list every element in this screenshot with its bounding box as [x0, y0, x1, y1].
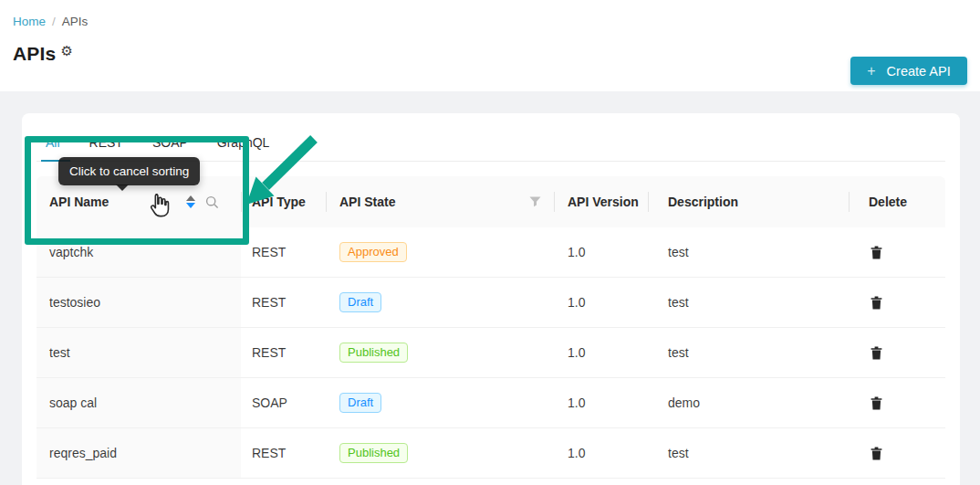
table-header-row: API Name API Type [36, 176, 945, 227]
table-row[interactable]: vaptchk REST Approved 1.0 test [36, 227, 945, 278]
page-header: Home / APIs APIs ⚙ + Create API [0, 0, 980, 91]
status-badge: Draft [339, 292, 381, 312]
delete-button[interactable] [869, 445, 884, 462]
delete-button[interactable] [869, 395, 884, 412]
apis-card: All REST SOAP GraphQL API Name [22, 113, 960, 485]
cell-description: test [648, 428, 849, 478]
cell-description: test [648, 328, 849, 377]
column-header-delete: Delete [849, 176, 945, 227]
delete-button[interactable] [869, 294, 884, 311]
table-row[interactable]: test REST Published 1.0 test [36, 328, 945, 378]
table-row[interactable]: soap cal SOAP Draft 1.0 demo [36, 378, 945, 428]
delete-button[interactable] [869, 344, 884, 362]
cell-api-type: REST [241, 278, 326, 327]
trash-icon [871, 246, 882, 259]
cell-api-name[interactable]: reqres_paid [36, 428, 241, 478]
trash-icon [871, 396, 882, 410]
tab-graphql[interactable]: GraphQL [215, 135, 272, 150]
apis-table: API Name API Type [36, 176, 945, 479]
cell-api-version: 1.0 [554, 278, 648, 327]
sort-ascend-icon[interactable] [186, 195, 195, 201]
cell-description: test [648, 278, 849, 327]
cell-api-name[interactable]: vaptchk [36, 227, 241, 277]
trash-icon [871, 346, 882, 360]
table-body: vaptchk REST Approved 1.0 test testosieo… [36, 227, 945, 479]
search-icon[interactable] [205, 195, 219, 209]
page-title: APIs [13, 43, 57, 65]
cell-api-version: 1.0 [554, 378, 648, 427]
table-row[interactable]: reqres_paid REST Published 1.0 test [36, 428, 945, 479]
cell-description: demo [648, 378, 849, 427]
sort-carets[interactable] [186, 195, 195, 208]
cell-description: test [648, 227, 849, 277]
api-type-tabs: All REST SOAP GraphQL [36, 135, 945, 162]
status-badge: Draft [339, 393, 381, 413]
create-api-button[interactable]: + Create API [850, 57, 967, 85]
column-header-api-type: API Type [241, 176, 326, 227]
table-row[interactable]: testosieo REST Draft 1.0 test [36, 278, 945, 328]
gear-icon[interactable]: ⚙ [61, 44, 73, 58]
column-header-api-state: API State [326, 176, 554, 227]
cell-api-version: 1.0 [554, 227, 648, 277]
status-badge: Approved [339, 242, 407, 262]
tab-soap[interactable]: SOAP [151, 135, 190, 150]
breadcrumb-separator: / [52, 15, 56, 28]
cell-api-name[interactable]: test [36, 328, 241, 377]
create-api-label: Create API [887, 64, 951, 79]
cell-api-version: 1.0 [554, 428, 648, 478]
breadcrumb: Home / APIs [13, 15, 967, 28]
trash-icon [871, 296, 882, 310]
breadcrumb-home-link[interactable]: Home [13, 15, 46, 28]
filter-icon[interactable] [529, 196, 541, 207]
cell-api-version: 1.0 [554, 328, 648, 377]
cell-api-name[interactable]: soap cal [36, 378, 241, 427]
sort-descend-icon[interactable] [186, 203, 195, 208]
column-header-api-name[interactable]: API Name [36, 176, 241, 227]
trash-icon [871, 447, 882, 460]
tab-all[interactable]: All [44, 135, 62, 150]
plus-icon: + [867, 63, 875, 79]
status-badge: Published [339, 343, 408, 363]
tab-rest[interactable]: REST [88, 135, 125, 150]
cell-api-type: REST [241, 428, 326, 478]
cell-api-name[interactable]: testosieo [36, 278, 241, 327]
active-tab-indicator [41, 160, 70, 162]
delete-button[interactable] [869, 244, 884, 261]
status-badge: Published [339, 443, 408, 463]
cell-api-type: REST [241, 227, 326, 277]
column-header-description: Description [648, 176, 849, 227]
column-header-api-version: API Version [554, 176, 648, 227]
cell-api-type: REST [241, 328, 326, 377]
cell-api-type: SOAP [241, 378, 326, 427]
breadcrumb-current: APIs [62, 15, 89, 28]
